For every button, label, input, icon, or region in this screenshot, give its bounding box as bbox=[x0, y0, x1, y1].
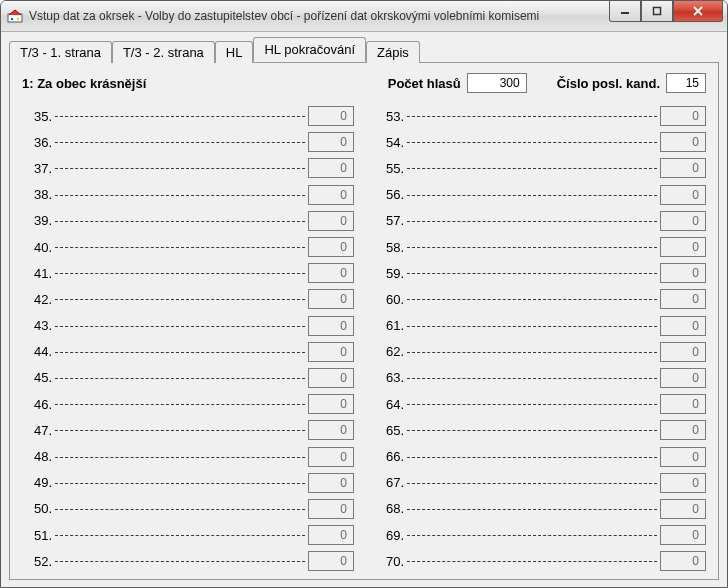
candidate-votes-input[interactable] bbox=[308, 525, 354, 545]
candidate-row: 41. bbox=[22, 260, 354, 286]
candidate-votes-input[interactable] bbox=[308, 289, 354, 309]
candidate-votes-input[interactable] bbox=[660, 263, 706, 283]
row-number: 66. bbox=[374, 449, 404, 464]
row-leader bbox=[407, 423, 657, 437]
candidate-row: 37. bbox=[22, 155, 354, 181]
row-number: 64. bbox=[374, 397, 404, 412]
candidate-row: 39. bbox=[22, 208, 354, 234]
candidate-votes-input[interactable] bbox=[660, 447, 706, 467]
candidate-votes-input[interactable] bbox=[660, 289, 706, 309]
candidate-votes-input[interactable] bbox=[660, 316, 706, 336]
candidate-votes-input[interactable] bbox=[660, 132, 706, 152]
candidate-votes-input[interactable] bbox=[660, 499, 706, 519]
subject-label: 1: Za obec krásnější bbox=[22, 76, 146, 91]
pocet-hlasu-label: Počet hlasů bbox=[388, 76, 461, 91]
row-number: 36. bbox=[22, 135, 52, 150]
row-leader bbox=[407, 135, 657, 149]
row-number: 57. bbox=[374, 213, 404, 228]
tab-hl[interactable]: HL bbox=[215, 41, 254, 63]
candidate-votes-input[interactable] bbox=[660, 185, 706, 205]
candidate-votes-input[interactable] bbox=[308, 263, 354, 283]
row-number: 70. bbox=[374, 554, 404, 569]
candidate-row: 61. bbox=[374, 313, 706, 339]
row-leader bbox=[407, 240, 657, 254]
tab-zapis[interactable]: Zápis bbox=[366, 41, 420, 63]
row-number: 59. bbox=[374, 266, 404, 281]
row-leader bbox=[407, 188, 657, 202]
row-number: 55. bbox=[374, 161, 404, 176]
row-leader bbox=[55, 161, 305, 175]
cislo-posl-kand-input[interactable] bbox=[666, 73, 706, 93]
row-leader bbox=[55, 345, 305, 359]
row-leader bbox=[407, 292, 657, 306]
row-number: 47. bbox=[22, 423, 52, 438]
candidate-row: 40. bbox=[22, 234, 354, 260]
candidate-votes-input[interactable] bbox=[308, 447, 354, 467]
candidate-votes-input[interactable] bbox=[660, 237, 706, 257]
row-leader bbox=[55, 319, 305, 333]
candidate-row: 56. bbox=[374, 182, 706, 208]
candidate-votes-input[interactable] bbox=[660, 525, 706, 545]
row-leader bbox=[55, 423, 305, 437]
candidate-row: 47. bbox=[22, 417, 354, 443]
candidate-row: 54. bbox=[374, 129, 706, 155]
candidate-votes-input[interactable] bbox=[660, 394, 706, 414]
row-number: 40. bbox=[22, 240, 52, 255]
row-leader bbox=[55, 397, 305, 411]
candidate-columns: 35.36.37.38.39.40.41.42.43.44.45.46.47.4… bbox=[22, 103, 706, 574]
row-leader bbox=[55, 266, 305, 280]
candidate-votes-input[interactable] bbox=[308, 420, 354, 440]
candidate-votes-input[interactable] bbox=[308, 473, 354, 493]
candidate-row: 63. bbox=[374, 365, 706, 391]
pocet-hlasu-input[interactable] bbox=[467, 73, 527, 93]
candidate-row: 69. bbox=[374, 522, 706, 548]
candidate-votes-input[interactable] bbox=[308, 316, 354, 336]
candidate-votes-input[interactable] bbox=[308, 185, 354, 205]
row-number: 51. bbox=[22, 528, 52, 543]
svg-point-1 bbox=[11, 18, 13, 20]
row-leader bbox=[55, 502, 305, 516]
candidate-row: 59. bbox=[374, 260, 706, 286]
candidate-row: 44. bbox=[22, 339, 354, 365]
candidate-votes-input[interactable] bbox=[308, 158, 354, 178]
tab-t3-1[interactable]: T/3 - 1. strana bbox=[9, 41, 112, 63]
candidate-votes-input[interactable] bbox=[308, 237, 354, 257]
row-leader bbox=[55, 450, 305, 464]
candidate-votes-input[interactable] bbox=[660, 420, 706, 440]
row-leader bbox=[407, 345, 657, 359]
close-button[interactable] bbox=[673, 1, 723, 22]
candidate-votes-input[interactable] bbox=[308, 211, 354, 231]
row-leader bbox=[55, 528, 305, 542]
row-leader bbox=[407, 319, 657, 333]
candidate-votes-input[interactable] bbox=[308, 106, 354, 126]
candidate-row: 64. bbox=[374, 391, 706, 417]
tab-t3-2[interactable]: T/3 - 2. strana bbox=[112, 41, 215, 63]
candidate-row: 57. bbox=[374, 208, 706, 234]
candidate-votes-input[interactable] bbox=[660, 158, 706, 178]
minimize-button[interactable] bbox=[609, 1, 641, 22]
candidate-votes-input[interactable] bbox=[308, 342, 354, 362]
candidate-votes-input[interactable] bbox=[308, 394, 354, 414]
row-number: 43. bbox=[22, 318, 52, 333]
candidate-votes-input[interactable] bbox=[308, 499, 354, 519]
tab-hl-pokracovani[interactable]: HL pokračování bbox=[253, 37, 366, 62]
candidate-votes-input[interactable] bbox=[660, 342, 706, 362]
candidate-votes-input[interactable] bbox=[660, 211, 706, 231]
row-number: 56. bbox=[374, 187, 404, 202]
app-icon bbox=[7, 8, 23, 24]
row-leader bbox=[407, 450, 657, 464]
maximize-button[interactable] bbox=[641, 1, 673, 22]
candidate-votes-input[interactable] bbox=[308, 132, 354, 152]
candidate-votes-input[interactable] bbox=[660, 473, 706, 493]
row-leader bbox=[407, 266, 657, 280]
row-leader bbox=[55, 109, 305, 123]
candidate-votes-input[interactable] bbox=[660, 106, 706, 126]
candidate-row: 70. bbox=[374, 548, 706, 574]
candidate-votes-input[interactable] bbox=[308, 551, 354, 571]
candidate-votes-input[interactable] bbox=[308, 368, 354, 388]
titlebar[interactable]: Vstup dat za okrsek - Volby do zastupite… bbox=[1, 1, 727, 32]
row-number: 58. bbox=[374, 240, 404, 255]
candidate-votes-input[interactable] bbox=[660, 551, 706, 571]
candidate-votes-input[interactable] bbox=[660, 368, 706, 388]
row-number: 41. bbox=[22, 266, 52, 281]
